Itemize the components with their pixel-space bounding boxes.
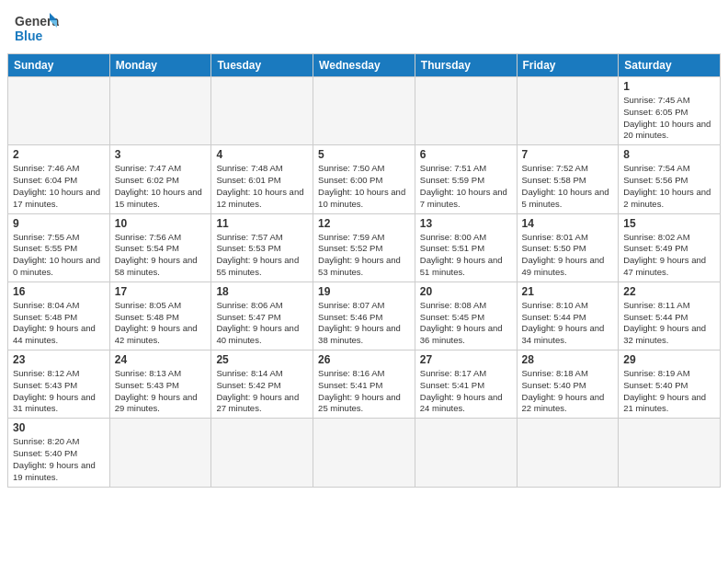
day-cell: 11Sunrise: 7:57 AM Sunset: 5:53 PM Dayli…	[211, 213, 313, 282]
day-cell: 1Sunrise: 7:45 AM Sunset: 6:05 PM Daylig…	[619, 77, 721, 145]
calendar-table: SundayMondayTuesdayWednesdayThursdayFrid…	[7, 53, 721, 488]
logo: General Blue	[15, 11, 59, 46]
day-number: 18	[216, 285, 308, 298]
week-row-5: 23Sunrise: 8:12 AM Sunset: 5:43 PM Dayli…	[8, 350, 721, 419]
day-cell: 27Sunrise: 8:17 AM Sunset: 5:41 PM Dayli…	[415, 350, 517, 419]
day-cell: 15Sunrise: 8:02 AM Sunset: 5:49 PM Dayli…	[619, 213, 721, 282]
day-cell: 5Sunrise: 7:50 AM Sunset: 6:00 PM Daylig…	[313, 145, 415, 213]
day-header-wednesday: Wednesday	[313, 54, 415, 77]
day-number: 12	[318, 217, 410, 230]
day-info: Sunrise: 8:12 AM Sunset: 5:43 PM Dayligh…	[13, 368, 105, 415]
logo-svg: General Blue	[15, 11, 59, 46]
day-header-friday: Friday	[517, 54, 619, 77]
day-number: 15	[623, 217, 715, 230]
day-number: 5	[318, 148, 410, 161]
day-cell: 20Sunrise: 8:08 AM Sunset: 5:45 PM Dayli…	[415, 282, 517, 350]
day-cell: 2Sunrise: 7:46 AM Sunset: 6:04 PM Daylig…	[8, 145, 110, 213]
calendar-wrap: SundayMondayTuesdayWednesdayThursdayFrid…	[0, 53, 728, 495]
day-cell	[211, 77, 313, 145]
day-number: 27	[420, 353, 512, 366]
day-number: 25	[216, 353, 308, 366]
day-cell: 28Sunrise: 8:18 AM Sunset: 5:40 PM Dayli…	[517, 350, 619, 419]
day-info: Sunrise: 8:16 AM Sunset: 5:41 PM Dayligh…	[318, 368, 410, 415]
day-cell: 12Sunrise: 7:59 AM Sunset: 5:52 PM Dayli…	[313, 213, 415, 282]
day-info: Sunrise: 7:54 AM Sunset: 5:56 PM Dayligh…	[623, 163, 715, 210]
day-number: 13	[420, 217, 512, 230]
day-info: Sunrise: 7:55 AM Sunset: 5:55 PM Dayligh…	[13, 232, 105, 279]
day-number: 3	[115, 148, 207, 161]
day-cell: 26Sunrise: 8:16 AM Sunset: 5:41 PM Dayli…	[313, 350, 415, 419]
day-number: 17	[115, 285, 207, 298]
day-number: 28	[522, 353, 614, 366]
day-info: Sunrise: 7:45 AM Sunset: 6:05 PM Dayligh…	[623, 95, 715, 142]
day-info: Sunrise: 8:05 AM Sunset: 5:48 PM Dayligh…	[115, 300, 207, 347]
week-row-3: 9Sunrise: 7:55 AM Sunset: 5:55 PM Daylig…	[8, 213, 721, 282]
day-number: 21	[522, 285, 614, 298]
day-info: Sunrise: 7:52 AM Sunset: 5:58 PM Dayligh…	[522, 163, 614, 210]
day-info: Sunrise: 8:07 AM Sunset: 5:46 PM Dayligh…	[318, 300, 410, 347]
day-number: 30	[13, 421, 105, 434]
day-header-saturday: Saturday	[619, 54, 721, 77]
day-number: 22	[623, 285, 715, 298]
day-cell: 9Sunrise: 7:55 AM Sunset: 5:55 PM Daylig…	[8, 213, 110, 282]
day-info: Sunrise: 8:02 AM Sunset: 5:49 PM Dayligh…	[623, 232, 715, 279]
day-cell: 8Sunrise: 7:54 AM Sunset: 5:56 PM Daylig…	[619, 145, 721, 213]
day-cell	[313, 77, 415, 145]
day-number: 2	[13, 148, 105, 161]
day-cell: 24Sunrise: 8:13 AM Sunset: 5:43 PM Dayli…	[109, 350, 211, 419]
day-info: Sunrise: 7:46 AM Sunset: 6:04 PM Dayligh…	[13, 163, 105, 210]
week-row-4: 16Sunrise: 8:04 AM Sunset: 5:48 PM Dayli…	[8, 282, 721, 350]
day-info: Sunrise: 7:56 AM Sunset: 5:54 PM Dayligh…	[115, 232, 207, 279]
day-cell: 23Sunrise: 8:12 AM Sunset: 5:43 PM Dayli…	[8, 350, 110, 419]
day-cell: 18Sunrise: 8:06 AM Sunset: 5:47 PM Dayli…	[211, 282, 313, 350]
day-cell: 25Sunrise: 8:14 AM Sunset: 5:42 PM Dayli…	[211, 350, 313, 419]
calendar-page: General Blue SundayMondayTuesdayWednesda…	[0, 0, 728, 563]
day-info: Sunrise: 7:50 AM Sunset: 6:00 PM Dayligh…	[318, 163, 410, 210]
day-info: Sunrise: 8:19 AM Sunset: 5:40 PM Dayligh…	[623, 368, 715, 415]
day-cell: 22Sunrise: 8:11 AM Sunset: 5:44 PM Dayli…	[619, 282, 721, 350]
day-cell	[109, 77, 211, 145]
day-number: 14	[522, 217, 614, 230]
day-info: Sunrise: 7:47 AM Sunset: 6:02 PM Dayligh…	[115, 163, 207, 210]
day-header-thursday: Thursday	[415, 54, 517, 77]
day-number: 24	[115, 353, 207, 366]
day-number: 1	[623, 80, 715, 93]
day-number: 20	[420, 285, 512, 298]
day-number: 11	[216, 217, 308, 230]
day-header-monday: Monday	[109, 54, 211, 77]
day-cell	[415, 77, 517, 145]
day-cell: 19Sunrise: 8:07 AM Sunset: 5:46 PM Dayli…	[313, 282, 415, 350]
day-cell	[517, 419, 619, 487]
day-cell	[619, 419, 721, 487]
day-number: 19	[318, 285, 410, 298]
day-cell: 7Sunrise: 7:52 AM Sunset: 5:58 PM Daylig…	[517, 145, 619, 213]
day-info: Sunrise: 7:51 AM Sunset: 5:59 PM Dayligh…	[420, 163, 512, 210]
day-number: 6	[420, 148, 512, 161]
svg-text:Blue: Blue	[15, 29, 43, 43]
day-info: Sunrise: 8:14 AM Sunset: 5:42 PM Dayligh…	[216, 368, 308, 415]
day-info: Sunrise: 8:18 AM Sunset: 5:40 PM Dayligh…	[522, 368, 614, 415]
day-number: 26	[318, 353, 410, 366]
day-number: 8	[623, 148, 715, 161]
week-row-6: 30Sunrise: 8:20 AM Sunset: 5:40 PM Dayli…	[8, 419, 721, 487]
day-cell: 21Sunrise: 8:10 AM Sunset: 5:44 PM Dayli…	[517, 282, 619, 350]
week-row-2: 2Sunrise: 7:46 AM Sunset: 6:04 PM Daylig…	[8, 145, 721, 213]
day-cell: 17Sunrise: 8:05 AM Sunset: 5:48 PM Dayli…	[109, 282, 211, 350]
day-info: Sunrise: 8:17 AM Sunset: 5:41 PM Dayligh…	[420, 368, 512, 415]
day-cell	[517, 77, 619, 145]
day-cell	[109, 419, 211, 487]
day-cell: 14Sunrise: 8:01 AM Sunset: 5:50 PM Dayli…	[517, 213, 619, 282]
day-cell: 10Sunrise: 7:56 AM Sunset: 5:54 PM Dayli…	[109, 213, 211, 282]
day-info: Sunrise: 8:08 AM Sunset: 5:45 PM Dayligh…	[420, 300, 512, 347]
days-header-row: SundayMondayTuesdayWednesdayThursdayFrid…	[8, 54, 721, 77]
day-info: Sunrise: 7:57 AM Sunset: 5:53 PM Dayligh…	[216, 232, 308, 279]
day-cell: 13Sunrise: 8:00 AM Sunset: 5:51 PM Dayli…	[415, 213, 517, 282]
day-cell: 3Sunrise: 7:47 AM Sunset: 6:02 PM Daylig…	[109, 145, 211, 213]
header: General Blue	[0, 0, 728, 53]
day-info: Sunrise: 8:20 AM Sunset: 5:40 PM Dayligh…	[13, 436, 105, 483]
day-cell: 4Sunrise: 7:48 AM Sunset: 6:01 PM Daylig…	[211, 145, 313, 213]
day-cell: 6Sunrise: 7:51 AM Sunset: 5:59 PM Daylig…	[415, 145, 517, 213]
day-info: Sunrise: 7:59 AM Sunset: 5:52 PM Dayligh…	[318, 232, 410, 279]
day-info: Sunrise: 8:04 AM Sunset: 5:48 PM Dayligh…	[13, 300, 105, 347]
day-header-sunday: Sunday	[8, 54, 110, 77]
